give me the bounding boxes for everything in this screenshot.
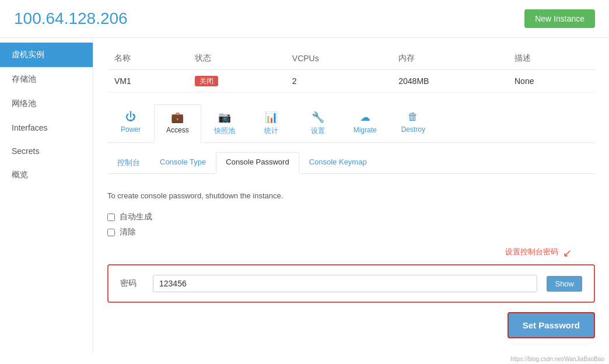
subtab-console[interactable]: 控制台 (107, 152, 150, 173)
access-icon: 💼 (171, 111, 184, 124)
watermark: https://blog.csdn.net/WanJiaBaoBao (0, 354, 609, 364)
tab-snapshot[interactable]: 📷 快照池 (201, 104, 248, 142)
arrow-icon: ↙ (563, 247, 572, 260)
auto-generate-label: 自动生成 (120, 212, 152, 222)
col-memory: 内存 (391, 47, 508, 70)
col-desc: 描述 (508, 47, 595, 70)
page-title: 100.64.128.206 (14, 9, 128, 28)
sidebar-item-storage-pool[interactable]: 存储池 (0, 67, 93, 92)
tab-migrate[interactable]: ☁ Migrate (341, 104, 389, 142)
tab-stats-label: 统计 (264, 126, 278, 136)
col-name: 名称 (107, 47, 188, 70)
tab-settings[interactable]: 🔧 设置 (295, 104, 341, 142)
tab-migrate-label: Migrate (354, 126, 377, 134)
settings-icon: 🔧 (312, 111, 324, 124)
annotation-text: 设置控制台密码 (505, 247, 558, 257)
checkbox-group: 自动生成 清除 (107, 212, 595, 237)
password-label: 密码 (120, 278, 144, 289)
tab-access[interactable]: 💼 Access (154, 104, 201, 143)
vm-memory: 2048MB (391, 70, 508, 93)
auto-generate-checkbox[interactable] (107, 214, 115, 221)
tab-stats[interactable]: 📊 统计 (248, 104, 295, 142)
auto-generate-checkbox-label[interactable]: 自动生成 (107, 212, 595, 222)
tab-power[interactable]: ⏻ Power (107, 104, 154, 142)
action-tabs: ⏻ Power 💼 Access 📷 快照池 📊 统计 🔧 设置 (107, 104, 595, 143)
subtab-console-password[interactable]: Console Password (216, 152, 299, 174)
subtab-console-keymap[interactable]: Console Keymap (299, 152, 377, 173)
tab-destroy-label: Destroy (401, 125, 425, 134)
clear-checkbox[interactable] (107, 229, 115, 236)
tab-settings-label: 设置 (311, 126, 325, 136)
vm-vcpus: 2 (285, 70, 391, 93)
vm-table: 名称 状态 VCPUs 内存 描述 VM1 关闭 2 2048MB None (107, 47, 595, 93)
sidebar-item-vm-instances[interactable]: 虚机实例 (0, 43, 93, 67)
tab-power-label: Power (121, 125, 141, 134)
tab-snapshot-label: 快照池 (214, 126, 235, 136)
sidebar-item-secrets[interactable]: Secrets (0, 139, 93, 163)
stats-icon: 📊 (265, 111, 278, 124)
sidebar: 虚机实例 存储池 网络池 Interfaces Secrets 概览 (0, 38, 93, 354)
sidebar-item-overview[interactable]: 概览 (0, 163, 93, 187)
sidebar-item-network-pool[interactable]: 网络池 (0, 92, 93, 116)
annotation: 设置控制台密码 ↙ (107, 247, 595, 260)
subtab-console-type[interactable]: Console Type (150, 152, 216, 173)
sub-tabs: 控制台 Console Type Console Password Consol… (107, 152, 595, 174)
status-badge: 关闭 (195, 76, 218, 86)
set-password-button[interactable]: Set Password (508, 312, 595, 338)
clear-checkbox-label[interactable]: 清除 (107, 227, 595, 237)
password-input[interactable] (153, 275, 537, 292)
set-password-wrapper: Set Password (107, 312, 595, 338)
main-content: 名称 状态 VCPUs 内存 描述 VM1 关闭 2 2048MB None (93, 38, 609, 354)
console-password-content: To create console password, shutdown the… (107, 186, 595, 344)
power-icon: ⏻ (125, 111, 136, 123)
vm-name: VM1 (107, 70, 188, 93)
password-section: 密码 Show (107, 264, 595, 303)
col-vcpus: VCPUs (285, 47, 391, 70)
info-text: To create console password, shutdown the… (107, 191, 595, 200)
new-instance-button[interactable]: New Instance (524, 9, 595, 28)
vm-description: None (508, 70, 595, 93)
sidebar-item-interfaces[interactable]: Interfaces (0, 116, 93, 139)
snapshot-icon: 📷 (218, 111, 231, 124)
tab-access-label: Access (166, 126, 189, 134)
destroy-icon: 🗑 (408, 111, 418, 123)
show-button[interactable]: Show (547, 276, 582, 292)
col-status: 状态 (188, 47, 285, 70)
clear-label: 清除 (120, 227, 136, 237)
vm-status: 关闭 (188, 70, 285, 93)
tab-destroy[interactable]: 🗑 Destroy (389, 104, 438, 142)
table-row: VM1 关闭 2 2048MB None (107, 70, 595, 93)
migrate-icon: ☁ (360, 111, 370, 124)
